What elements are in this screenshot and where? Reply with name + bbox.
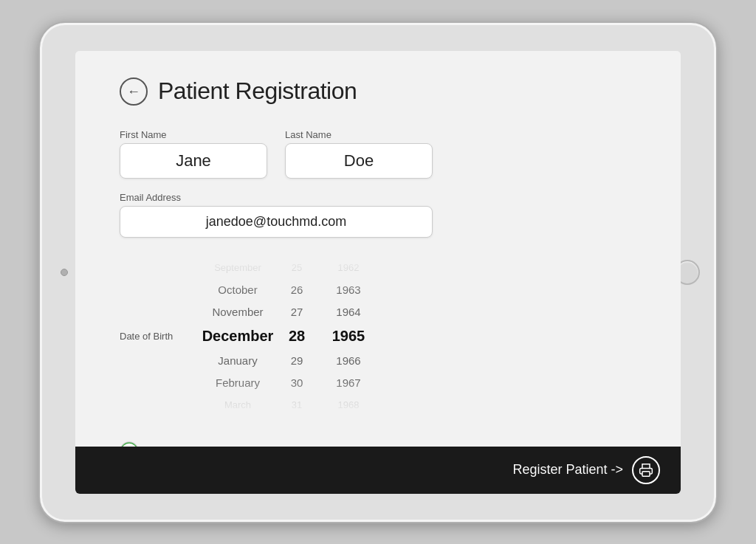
page-header: ← Patient Registration [120,78,636,106]
svg-rect-2 [642,471,650,476]
checkbox-row: Email password setup instructions? [120,441,636,447]
picker-item[interactable]: 27 [275,301,319,323]
picker-item-selected-year[interactable]: 1965 [319,323,378,350]
form-section: First Name Last Name Email Address [120,129,636,447]
date-picker[interactable]: September October November December Janu… [201,257,378,416]
day-picker-column[interactable]: 25 26 27 28 29 30 31 [275,257,319,416]
year-picker-column[interactable]: 1962 1963 1964 1965 1966 1967 1968 [319,257,378,416]
printer-icon [639,463,653,478]
month-picker-column[interactable]: September October November December Janu… [201,257,275,416]
back-button[interactable]: ← [120,78,148,106]
picker-item[interactable]: 30 [275,372,319,394]
email-input[interactable] [120,206,433,238]
screen-content: ← Patient Registration First Name Last N… [75,51,681,447]
picker-item[interactable]: September [201,257,275,279]
bottom-bar: Register Patient -> [75,447,681,494]
first-name-field: First Name [120,129,267,179]
checkbox-icon[interactable] [120,441,139,447]
dob-label: Date of Birth [120,331,186,342]
picker-item[interactable]: February [201,372,275,394]
picker-item[interactable]: 1962 [319,257,378,279]
tablet-device: ← Patient Registration First Name Last N… [38,21,718,523]
picker-item[interactable]: October [201,279,275,301]
picker-item[interactable]: 1966 [319,350,378,372]
back-arrow-icon: ← [127,85,140,98]
picker-item[interactable]: 1964 [319,301,378,323]
tablet-screen: ← Patient Registration First Name Last N… [75,51,681,494]
picker-item[interactable]: November [201,301,275,323]
picker-item[interactable]: January [201,350,275,372]
register-patient-button[interactable]: Register Patient -> [512,456,660,484]
dob-section: Date of Birth September October November… [120,257,636,416]
picker-item[interactable]: 1963 [319,279,378,301]
last-name-label: Last Name [285,129,433,140]
picker-item[interactable]: 26 [275,279,319,301]
picker-item[interactable]: 25 [275,257,319,279]
register-icon [632,456,660,484]
tablet-camera [61,269,68,276]
email-row: Email Address [120,192,636,238]
picker-item-selected-month[interactable]: December [201,323,275,350]
picker-item[interactable]: March [201,394,275,416]
last-name-input[interactable] [285,143,433,179]
picker-item[interactable]: 1968 [319,394,378,416]
picker-item[interactable]: 1967 [319,372,378,394]
email-label: Email Address [120,192,433,203]
picker-item-selected-day[interactable]: 28 [275,323,319,350]
picker-item[interactable]: 29 [275,350,319,372]
last-name-field: Last Name [285,129,433,179]
email-field: Email Address [120,192,433,238]
picker-fade-container: September October November December Janu… [201,257,378,416]
first-name-input[interactable] [120,143,267,179]
register-label: Register Patient -> [512,462,623,478]
picker-item[interactable]: 31 [275,394,319,416]
name-row: First Name Last Name [120,129,636,179]
first-name-label: First Name [120,129,267,140]
page-title: Patient Registration [158,78,357,105]
